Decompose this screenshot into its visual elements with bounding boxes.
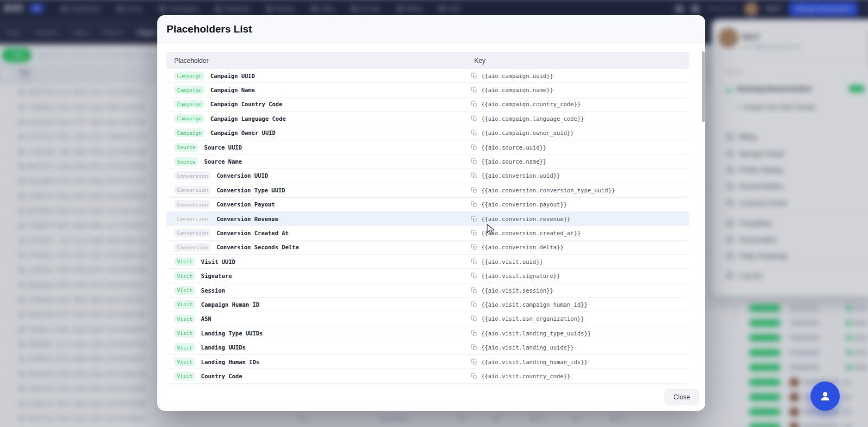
copy-icon[interactable] (471, 87, 477, 93)
placeholder-key[interactable]: {{aio.source.uuid}} (481, 144, 546, 151)
placeholder-key[interactable]: {{aio.source.name}} (481, 158, 546, 165)
placeholder-row[interactable]: Campaign Campaign UUID {{aio.campaign.uu… (167, 69, 689, 83)
key-cell: {{aio.campaign.country_code}} (471, 98, 580, 111)
placeholder-label: Campaign Country Code (210, 101, 283, 107)
copy-icon[interactable] (471, 158, 477, 165)
modal-footer: Close (157, 386, 705, 411)
placeholder-key[interactable]: {{aio.visit.country_code}} (481, 373, 570, 379)
placeholder-label: Source UUID (204, 144, 242, 151)
category-badge: Conversion (174, 200, 210, 209)
placeholder-key[interactable]: {{aio.conversion.delta}} (481, 244, 564, 250)
placeholder-row[interactable]: Conversion Conversion Seconds Delta {{ai… (167, 241, 689, 255)
category-badge: Visit (174, 286, 195, 295)
placeholder-row[interactable]: Visit ASN {{aio.visit.asn_organization}} (167, 312, 689, 326)
placeholder-label: Campaign Language Code (210, 115, 286, 122)
copy-icon[interactable] (471, 201, 477, 208)
copy-icon[interactable] (471, 258, 477, 265)
placeholder-key[interactable]: {{aio.visit.landing_uuids}} (481, 344, 574, 351)
placeholder-key[interactable]: {{aio.visit.signature}} (481, 273, 560, 279)
placeholder-key[interactable]: {{aio.campaign.owner_uuid}} (481, 130, 574, 136)
category-badge: Campaign (174, 100, 205, 108)
copy-icon[interactable] (471, 344, 477, 351)
placeholder-row[interactable]: Visit Visit UUID {{aio.visit.uuid}} (167, 255, 689, 269)
copy-icon[interactable] (471, 273, 477, 279)
copy-icon[interactable] (471, 130, 477, 136)
placeholder-label: Conversion Revenue (216, 216, 278, 222)
placeholder-key[interactable]: {{aio.campaign.country_code}} (481, 101, 580, 107)
key-cell: {{aio.campaign.owner_uuid}} (471, 126, 574, 140)
placeholder-key[interactable]: {{aio.visit.campaign_human_id}} (481, 301, 588, 308)
copy-icon[interactable] (471, 73, 477, 79)
screen: AIO v4 Dashboard Focus (0, 0, 868, 427)
placeholder-key[interactable]: {{aio.visit.landing_human_ids}} (481, 359, 588, 365)
placeholder-row[interactable]: Visit Signature {{aio.visit.signature}} (167, 269, 689, 283)
copy-icon[interactable] (471, 230, 477, 236)
modal-title: Placeholders List (167, 23, 252, 35)
copy-icon[interactable] (471, 101, 477, 107)
copy-icon[interactable] (471, 301, 477, 308)
placeholder-row[interactable]: Visit Session {{aio.visit.session}} (167, 283, 689, 297)
placeholder-label: Conversion Seconds Delta (216, 244, 299, 250)
placeholder-key[interactable]: {{aio.conversion.payout}} (481, 201, 567, 208)
placeholder-key[interactable]: {{aio.visit.landing_type_uuids}} (481, 330, 591, 337)
placeholder-key[interactable]: {{aio.campaign.language_code}} (481, 115, 584, 122)
placeholder-row[interactable]: Visit Landing UUIDs {{aio.visit.landing_… (167, 340, 689, 354)
table-header-row: Placeholder Key (167, 52, 689, 69)
placeholder-row[interactable]: Campaign Campaign Country Code {{aio.cam… (167, 98, 689, 112)
placeholder-row[interactable]: Conversion Conversion UUID {{aio.convers… (167, 169, 689, 183)
copy-icon[interactable] (471, 359, 477, 365)
placeholder-key[interactable]: {{aio.conversion.conversion_type_uuid}} (481, 187, 615, 193)
copy-icon[interactable] (471, 187, 477, 193)
placeholder-row[interactable]: Conversion Conversion Created At {{aio.c… (167, 226, 689, 240)
copy-icon[interactable] (471, 172, 477, 179)
copy-icon[interactable] (471, 315, 477, 322)
copy-icon[interactable] (471, 287, 477, 294)
placeholder-label: Landing Human IDs (201, 359, 259, 365)
placeholder-row[interactable]: Visit Country Code {{aio.visit.country_c… (167, 369, 689, 383)
placeholder-label: Country Code (201, 373, 242, 379)
copy-icon[interactable] (471, 216, 477, 222)
placeholder-row[interactable]: Visit Campaign Human ID {{aio.visit.camp… (167, 297, 689, 312)
copy-icon[interactable] (471, 373, 477, 379)
placeholder-row[interactable]: Visit Landing Human IDs {{aio.visit.land… (167, 355, 689, 369)
key-cell: {{aio.visit.session}} (471, 283, 553, 297)
modal-scrollbar-thumb[interactable] (702, 51, 705, 122)
category-badge: Source (174, 157, 198, 166)
placeholder-row[interactable]: Visit Landing Type UUIDs {{aio.visit.lan… (167, 326, 689, 340)
placeholder-label: Landing UUIDs (201, 344, 246, 351)
placeholder-label: Landing Type UUIDs (201, 330, 263, 337)
placeholder-row[interactable]: Conversion Conversion Type UUID {{aio.co… (167, 183, 689, 197)
placeholder-key[interactable]: {{aio.visit.uuid}} (481, 258, 543, 265)
copy-icon[interactable] (471, 330, 477, 337)
key-cell: {{aio.conversion.uuid}} (471, 169, 560, 183)
placeholder-row[interactable]: Campaign Campaign Owner UUID {{aio.campa… (167, 126, 689, 140)
support-chat-button[interactable] (810, 381, 840, 411)
copy-icon[interactable] (471, 244, 477, 250)
placeholder-key[interactable]: {{aio.visit.asn_organization}} (481, 315, 584, 322)
placeholder-row[interactable]: Conversion Conversion Revenue {{aio.conv… (167, 212, 689, 226)
placeholder-key[interactable]: {{aio.conversion.revenue}} (481, 216, 570, 222)
placeholder-label: Conversion UUID (216, 172, 268, 179)
placeholder-key[interactable]: {{aio.conversion.created_at}} (481, 230, 580, 236)
close-button[interactable]: Close (665, 389, 699, 405)
placeholder-key[interactable]: {{aio.campaign.uuid}} (481, 73, 553, 79)
placeholder-label: Campaign Name (210, 87, 255, 93)
placeholder-column-header: Placeholder (174, 57, 208, 64)
placeholder-label: Conversion Payout (216, 201, 275, 208)
copy-icon[interactable] (471, 144, 477, 151)
category-badge: Visit (174, 372, 195, 380)
placeholder-row[interactable]: Campaign Campaign Name {{aio.campaign.na… (167, 83, 689, 97)
placeholder-key[interactable]: {{aio.campaign.name}} (481, 87, 553, 93)
copy-icon[interactable] (471, 115, 477, 122)
category-badge: Visit (174, 257, 195, 266)
key-cell: {{aio.campaign.name}} (471, 83, 553, 96)
key-cell: {{aio.visit.asn_organization}} (471, 312, 584, 326)
placeholder-label: Campaign Human ID (201, 301, 259, 308)
key-column-header: Key (474, 57, 486, 64)
placeholder-row[interactable]: Source Source UUID {{aio.source.uuid}} (167, 140, 689, 154)
placeholder-row[interactable]: Conversion Conversion Payout {{aio.conve… (167, 198, 689, 212)
placeholder-row[interactable]: Source Source Name {{aio.source.name}} (167, 154, 689, 169)
placeholder-key[interactable]: {{aio.visit.session}} (481, 287, 553, 294)
placeholder-key[interactable]: {{aio.conversion.uuid}} (481, 172, 560, 179)
placeholder-row[interactable]: Campaign Campaign Language Code {{aio.ca… (167, 112, 689, 126)
